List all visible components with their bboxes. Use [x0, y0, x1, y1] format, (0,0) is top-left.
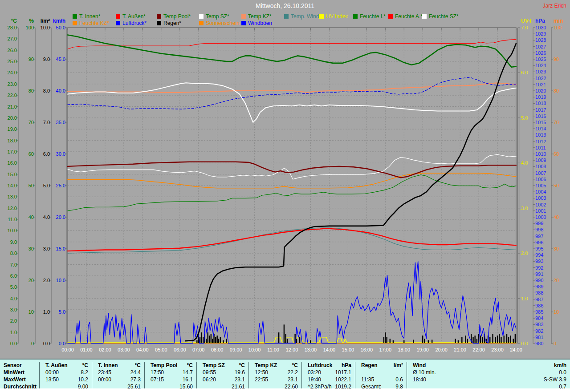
axis-tick-label-hpa: 984: [535, 315, 543, 321]
axis-tick-label-hpa: 1004: [535, 189, 546, 194]
legend-item-t-au-en-: T. Außen*: [116, 13, 146, 19]
table-cell: 22:5523.1: [248, 376, 301, 383]
legend-label: Temp SZ*: [206, 13, 229, 20]
axis-tick-label-humidity-pct: 10: [28, 309, 34, 315]
table-value: 0.6: [374, 376, 407, 383]
table-value: 10.2: [59, 376, 92, 383]
legend-item-feuchte-i-: Feuchte I.*: [353, 13, 386, 19]
series-bar-regen-bars: [278, 332, 279, 343]
axis-tick-label-temp-c: 1.0: [10, 330, 17, 335]
axis-tick-label-hpa: 1010: [535, 151, 546, 157]
x-axis-label: 04:00: [136, 347, 149, 352]
axis-tick-label-hpa: 1021: [535, 82, 546, 87]
table-row-label-cell: MinWert: [0, 369, 39, 376]
series-bar-regen-bars: [515, 334, 516, 343]
table-value-time: Regen: [355, 362, 378, 369]
x-axis-label: 09:00: [230, 347, 242, 352]
table-value-time: 00:00: [92, 376, 111, 383]
series-bar-regen-bars: [216, 335, 217, 343]
x-axis-label: 10:00: [248, 347, 261, 352]
table-value: °C: [177, 362, 196, 369]
axis-tick-label-hpa: 985: [535, 309, 543, 315]
table-value: 1017.1: [321, 369, 355, 376]
axis-tick-label-humidity-pct: 20: [28, 278, 34, 283]
series-bar-regen-bars: [403, 340, 404, 343]
axis-tick-label-hpa: 1024: [535, 63, 546, 68]
legend-swatch: [199, 21, 204, 25]
series-bar-regen-bars: [206, 339, 207, 343]
x-axis-label: 01:00: [80, 347, 93, 352]
axis-tick-label-min: 20: [554, 278, 559, 283]
table-value: 24.4: [111, 369, 144, 376]
axis-tick-label-hpa: 1026: [535, 50, 546, 56]
series-bar-regen-bars: [508, 337, 509, 343]
axis-tick-label-hpa: 1023: [535, 69, 546, 74]
axis-tick-label-rain-lm2: 0.0: [43, 341, 50, 346]
axis-tick-label-hpa: 1006: [535, 177, 546, 182]
axis-tick-label-hpa: 1016: [535, 113, 546, 119]
series-bar-regen-bars: [506, 334, 507, 343]
table-cell: 19:401022.1: [301, 376, 355, 383]
axis-tick-label-temp-c: 15.0: [8, 172, 17, 177]
series-bar-regen-bars: [209, 335, 210, 343]
axis-tick-label-hpa: 1009: [535, 158, 546, 163]
axis-tick-label-hpa: 987: [535, 297, 543, 302]
table-cell: LuftdruckhPa: [301, 362, 355, 369]
legend-swatch: [388, 14, 393, 19]
axis-tick-label-hpa: 992: [535, 265, 543, 271]
table-cell: T. Innen°C: [92, 362, 144, 369]
legend-item-feuchte-sz-: Feuchte SZ*: [422, 13, 459, 19]
table-value: °C: [225, 362, 248, 369]
axis-tick-label-hpa: 1012: [535, 139, 546, 144]
table-row: MinWert00:008.223:4524.417:5014.709:5519…: [0, 369, 570, 376]
table-value: 27.3: [111, 376, 144, 383]
table-value: 16.1: [164, 376, 196, 383]
table-value-time: 09:55: [197, 369, 216, 376]
x-axis-label: 11:00: [267, 347, 279, 352]
series-bar-regen-bars: [201, 332, 202, 343]
series-bar-regen-bars: [299, 337, 300, 343]
axis-tick-label-hpa: 991: [535, 271, 543, 277]
table-value-time: Temp SZ: [197, 362, 225, 369]
axis-tick-label-hpa: 998: [535, 227, 543, 232]
bottom-strip: [0, 388, 570, 392]
axis-tick-label-hpa: 996: [535, 240, 543, 245]
axis-tick-label-hpa: 980: [535, 341, 543, 346]
table-cell: Regenl/m²: [355, 362, 407, 369]
axis-tick-label-wind-kmh: 20.0: [56, 214, 65, 220]
axis-tick-label-temp-c: 5.0: [10, 284, 17, 290]
x-axis-label: 13:00: [305, 347, 317, 352]
table-value-time: 07:15: [145, 376, 164, 383]
axis-tick-label-hpa: 1018: [535, 101, 546, 106]
table-cell: Temp Pool°C: [144, 362, 196, 369]
table-cell: Ø 10 min.0.0: [407, 369, 570, 376]
table-cell: 23:4524.4: [92, 369, 144, 376]
axis-tick-label-wind-kmh: 5.0: [59, 309, 65, 315]
table-value-time: Temp KZ: [249, 362, 277, 369]
table-cell: 12:5022.2: [248, 369, 301, 376]
table-value: hPa: [332, 362, 355, 369]
axis-tick-label-temp-c: 17.0: [8, 149, 17, 154]
axis-tick-label-rain-lm2: 3.0: [43, 246, 50, 251]
table-value: °C: [118, 362, 144, 369]
legend-swatch: [241, 21, 246, 25]
x-axis-label: 03:00: [118, 347, 130, 352]
axis-tick-label-temp-c: 16.0: [8, 160, 17, 166]
series-bar-regen-bars: [296, 339, 297, 343]
table-cell: T. Außen°C: [39, 362, 92, 369]
table-value-time: Temp Pool: [145, 362, 177, 369]
axis-tick-label-temp-c: 0.0: [10, 341, 17, 346]
x-axis-label: 02:00: [99, 347, 111, 352]
series-line-t-innen: [68, 35, 516, 67]
table-row-label: MinWert: [0, 369, 24, 376]
table-value-time: [355, 369, 361, 376]
series-bar-regen-bars: [461, 337, 462, 343]
axis-tick-label-temp-c: 20.0: [8, 115, 17, 121]
series-bar-regen-bars: [465, 335, 466, 343]
legend-swatch: [353, 14, 358, 19]
axis-tick-label-humidity-pct: 60: [28, 151, 34, 157]
series-bar-regen-bars: [285, 334, 286, 343]
table-cell: 03:201017.1: [301, 369, 355, 376]
legend-swatch: [157, 21, 161, 25]
axis-tick-label-wind-kmh: 15.0: [56, 246, 65, 251]
